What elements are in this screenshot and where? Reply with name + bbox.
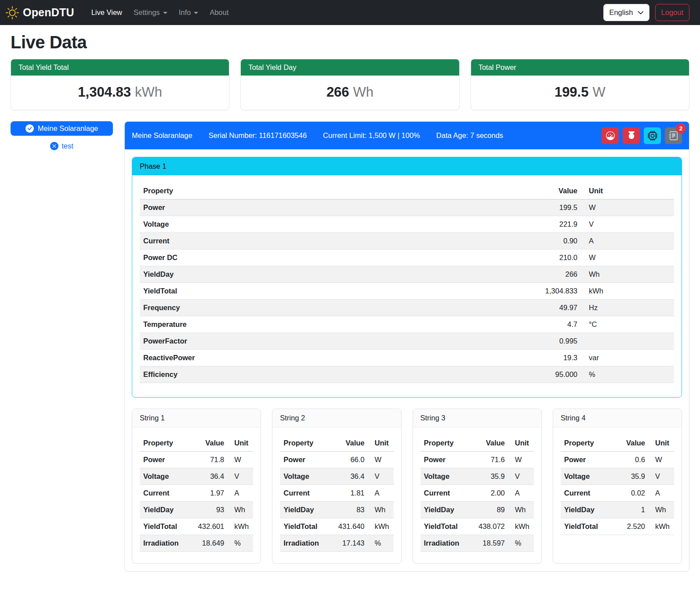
unit-cell: Wh (649, 502, 674, 518)
column-value: Value (334, 435, 368, 452)
property-cell: Current (280, 485, 334, 502)
check-circle-icon (25, 124, 34, 133)
card-value: 199.5 (555, 84, 589, 100)
card-value: 266 (326, 84, 349, 100)
unit-cell: °C (581, 316, 674, 333)
property-cell: YieldTotal (280, 518, 334, 535)
power-icon (627, 131, 636, 140)
logout-button[interactable]: Logout (655, 4, 689, 21)
power-control-button[interactable] (623, 127, 640, 144)
table-row: Voltage36.4V (280, 468, 393, 485)
nav-item-about[interactable]: About (204, 5, 234, 20)
dropdown-caret-icon (194, 12, 198, 14)
nav-item-label: Live View (91, 8, 122, 17)
inverter-serial: Serial Number: 116171603546 (209, 131, 307, 140)
value-cell: 71.6 (474, 452, 508, 468)
table-row: Power DC210.0W (140, 250, 674, 266)
property-cell: YieldDay (421, 502, 474, 518)
nav-item-info[interactable]: Info (173, 5, 204, 20)
nav-item-label: Info (179, 8, 191, 17)
table-row: Irradiation18.649% (140, 535, 253, 552)
inverter-data-age: Data Age: 7 seconds (436, 131, 503, 140)
device-info-button[interactable] (644, 127, 661, 144)
property-cell: Irradiation (280, 535, 334, 552)
phase-table: Property Value Unit Power199.5W Voltage2… (140, 183, 674, 383)
property-cell: Power DC (140, 250, 524, 266)
value-cell: 36.4 (334, 468, 368, 485)
table-row: Current2.00A (421, 485, 534, 502)
table-row: YieldDay93Wh (140, 502, 253, 518)
value-cell: 18.597 (474, 535, 508, 552)
nav-item-settings[interactable]: Settings (128, 5, 173, 20)
unit-cell: kWh (581, 283, 674, 300)
phase-panel-title: Phase 1 (132, 157, 682, 175)
card-value: 1,304.83 (78, 84, 131, 100)
string-card-title: String 1 (132, 409, 261, 427)
column-value: Value (474, 435, 508, 452)
inverter-select-button[interactable]: Meine Solaranlage (11, 121, 113, 136)
unit-cell: var (581, 350, 674, 366)
brand[interactable]: OpenDTU (6, 6, 74, 19)
unit-cell: % (228, 535, 253, 552)
unit-cell: % (368, 535, 394, 552)
brand-name: OpenDTU (23, 6, 74, 19)
inverter-toolbar: 2 (602, 127, 682, 144)
value-cell: 0.02 (614, 485, 649, 502)
top-navbar: OpenDTU Live View Settings Info About En… (0, 0, 700, 25)
property-cell: Power (140, 199, 524, 216)
value-cell: 432.601 (193, 518, 228, 535)
column-value: Value (524, 183, 581, 199)
property-cell: Voltage (140, 216, 524, 233)
column-property: Property (140, 435, 193, 452)
property-cell: Temperature (140, 316, 524, 333)
table-row: YieldTotal432.601kWh (140, 518, 253, 535)
value-cell: 17.143 (334, 535, 368, 552)
column-unit: Unit (368, 435, 394, 452)
table-row: Current0.02A (561, 485, 674, 502)
string-card-title: String 3 (413, 409, 541, 427)
unit-cell: W (581, 250, 674, 266)
event-log-button[interactable]: 2 (665, 127, 682, 144)
unit-cell: Wh (581, 266, 674, 283)
string-3-table: Property Value Unit Power71.6W Voltage35… (421, 435, 534, 552)
value-cell: 49.97 (524, 300, 581, 316)
value-cell: 35.9 (614, 468, 649, 485)
table-header-row: Property Value Unit (140, 435, 253, 452)
chevron-down-icon (638, 10, 644, 16)
string-card-title: String 2 (272, 409, 401, 427)
card-total-power: Total Power 199.5W (471, 59, 689, 110)
property-cell: Current (140, 233, 524, 250)
table-row: Irradiation18.597% (421, 535, 534, 552)
value-cell: 1.97 (193, 485, 228, 502)
value-cell: 210.0 (524, 250, 581, 266)
column-unit: Unit (649, 435, 674, 452)
value-cell: 71.8 (193, 452, 228, 468)
unit-cell: W (228, 452, 253, 468)
unit-cell: A (649, 485, 674, 502)
unit-cell: W (508, 452, 534, 468)
page-title: Live Data (11, 33, 689, 52)
nav-item-live-view[interactable]: Live View (86, 5, 128, 20)
value-cell: 199.5 (524, 199, 581, 216)
property-cell: Irradiation (140, 535, 193, 552)
string-card-title: String 4 (553, 409, 682, 427)
property-cell: PowerFactor (140, 333, 524, 350)
journal-text-icon (669, 131, 678, 140)
unit-cell: A (508, 485, 534, 502)
inverter-list-item-test[interactable]: test (11, 142, 113, 150)
language-select[interactable]: English (603, 4, 649, 21)
string-4-table: Property Value Unit Power0.6W Voltage35.… (561, 435, 674, 535)
column-property: Property (280, 435, 334, 452)
unit-cell: Wh (508, 502, 534, 518)
value-cell: 19.3 (524, 350, 581, 366)
table-header-row: Property Value Unit (140, 183, 674, 199)
limit-settings-button[interactable] (602, 127, 619, 144)
dropdown-caret-icon (163, 12, 167, 14)
table-row: YieldDay83Wh (280, 502, 393, 518)
table-row: Power0.6W (561, 452, 674, 468)
inverter-card-header: Meine Solaranlage Serial Number: 1161716… (125, 122, 689, 149)
table-row: YieldTotal438.072kWh (421, 518, 534, 535)
unit-cell: kWh (228, 518, 253, 535)
card-title: Total Power (471, 59, 689, 76)
table-row: Voltage221.9V (140, 216, 674, 233)
